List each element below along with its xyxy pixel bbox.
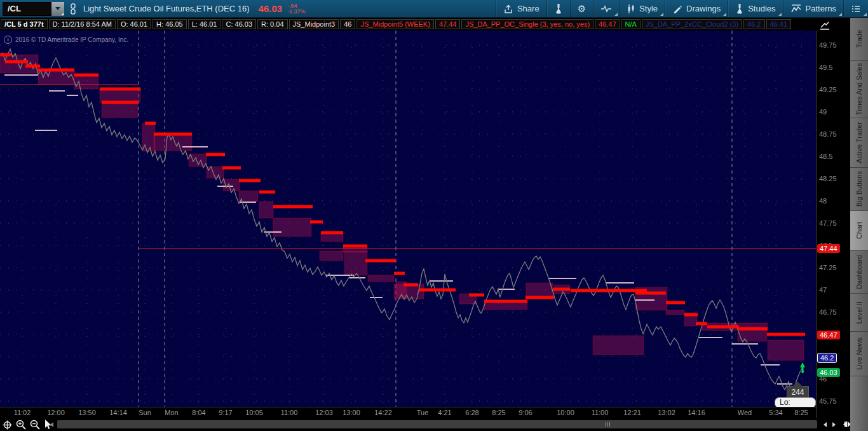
legend-cell[interactable]: JS_Midpoint3 (289, 19, 339, 29)
price-scale-icon[interactable] (819, 21, 831, 31)
flask-icon (554, 4, 563, 14)
price-tick: 49.75 (819, 41, 837, 49)
price-tick: 49.25 (819, 86, 837, 93)
legend-cell[interactable]: 46.47 (595, 19, 620, 29)
share-icon (503, 4, 513, 14)
sidebar-tab-trade[interactable]: Trade (850, 18, 868, 61)
patterns-label: Patterns (806, 4, 836, 13)
price-tick: 49 (819, 108, 827, 116)
legend-cell[interactable]: C: 46.03 (222, 19, 256, 29)
legend-cell[interactable]: R: 0.04 (257, 19, 287, 29)
scroll-back-arrow[interactable] (824, 422, 827, 427)
symbol-input[interactable]: /CL (3, 2, 51, 16)
sidebar-tab-times-and-sales[interactable]: Times And Sales (850, 61, 868, 118)
scroll-forward-arrow[interactable] (832, 422, 836, 427)
drawings-button[interactable]: Drawings (665, 0, 728, 17)
sidebar-tab-level-ii[interactable]: Level II (850, 294, 868, 332)
gadget-sidebar: TradeTimes And SalesActive TraderBig But… (850, 18, 868, 431)
studies-button[interactable]: Studies (728, 0, 782, 17)
top-toolbar: /CL Light Sweet Crude Oil Futures,ETH (D… (0, 0, 868, 18)
studies-label: Studies (748, 4, 775, 13)
share-button[interactable]: Share (496, 0, 546, 17)
time-tick: 8:04 (192, 409, 205, 416)
time-axis[interactable]: 11:0212:0013:5014:14SunMon8:049:1710:051… (0, 407, 816, 418)
zoom-out-icon[interactable] (30, 420, 40, 430)
share-label: Share (517, 4, 539, 13)
time-tick: 9:17 (219, 409, 232, 416)
symbol-dropdown-button[interactable] (51, 2, 64, 16)
patterns-icon (790, 4, 802, 13)
sidebar-tab-big-buttons[interactable]: Big Buttons (850, 168, 868, 211)
time-tick: 14:22 (374, 409, 392, 416)
sidebar-tab-chart[interactable]: Chart (850, 211, 868, 250)
symbol-combo[interactable]: /CL (3, 2, 64, 16)
chevron-down-icon (55, 7, 60, 10)
chart-area[interactable]: i 2016 © TD Ameritrade IP Company, Inc. … (0, 31, 816, 407)
style-button[interactable]: Style (619, 0, 665, 17)
waveform-icon (600, 4, 612, 13)
legend-cell[interactable]: O: 46.01 (117, 19, 151, 29)
chart-tools (3, 420, 53, 430)
bottom-control-bar (0, 418, 850, 431)
chart-canvas[interactable] (0, 31, 816, 407)
price-badge: 46.47 (817, 331, 840, 339)
legend-cell[interactable]: JS_DA_PP_OC_Single (3, yes, no, yes) (461, 19, 593, 29)
legend-cell[interactable]: 46.2 (743, 19, 764, 29)
collapse-panel-icon[interactable] (840, 420, 851, 428)
time-tick: 4:21 (438, 409, 451, 416)
price-badge: 46.03 (817, 368, 840, 377)
time-tick: 8:25 (794, 409, 808, 416)
price-tick: 48.5 (819, 153, 832, 160)
info-icon: i (4, 36, 12, 44)
sidebar-tab-live-news[interactable]: Live News (850, 332, 868, 376)
time-tick: 14:16 (688, 409, 705, 416)
time-tick: 13:50 (78, 409, 96, 416)
price-axis[interactable]: 49.7549.549.254948.7548.548.254847.7547.… (816, 31, 850, 418)
legend-cell[interactable]: N/A (621, 19, 641, 29)
legend-cell[interactable]: /CL 5 d 377t (1, 19, 48, 29)
time-tick: Tue (417, 409, 429, 416)
legend-cell[interactable]: L: 46.01 (188, 19, 221, 29)
bar-count-tooltip: 244 (787, 386, 809, 399)
chart-scrollbar-track[interactable] (57, 420, 817, 428)
price-tick: 46.75 (819, 308, 837, 316)
pencil-icon (672, 4, 682, 14)
link-icon[interactable] (69, 3, 77, 15)
time-tick: Wed (738, 409, 752, 416)
time-tick: 5:34 (769, 409, 782, 416)
time-tick: 13:00 (342, 409, 360, 416)
price-tick: 48.25 (819, 175, 837, 182)
studies-flask-icon (735, 4, 744, 14)
patterns-button[interactable]: Patterns (783, 0, 843, 17)
price-tick: 48.75 (819, 130, 837, 138)
chart-style-icon (627, 4, 635, 14)
legend-cell[interactable]: JS_DA_PP_2xCC_Cloud2 (3) (642, 19, 742, 29)
time-tick: 11:02 (14, 409, 31, 416)
chart-menu-button[interactable] (843, 0, 868, 17)
zoom-in-icon[interactable] (16, 420, 26, 430)
quick-study-button[interactable] (546, 0, 570, 17)
crosshair-tool-icon[interactable] (3, 420, 12, 430)
sidebar-tab-dashboard[interactable]: Dashboard (850, 250, 868, 294)
drawings-label: Drawings (686, 4, 721, 13)
legend-cell[interactable]: JS_Midpoint5 (WEEK) (356, 19, 433, 29)
chart-mode-button[interactable] (593, 0, 619, 17)
low-price-tooltip: Lo: 45.82 (775, 397, 816, 407)
legend-cell[interactable]: 47.44 (435, 19, 461, 29)
legend-cell[interactable]: D: 11/2/16 8:54 AM (49, 19, 116, 29)
sidebar-tab-active-trader[interactable]: Active Trader (850, 118, 868, 168)
scrollbar-grip[interactable] (606, 422, 613, 427)
legend-cell[interactable]: 46 (340, 19, 355, 29)
settings-button[interactable]: ⚙ (570, 0, 593, 17)
price-change: -.64 -1.37% (287, 3, 306, 15)
time-tick: 10:00 (557, 409, 574, 416)
scroll-left-arrow[interactable] (50, 422, 53, 427)
copyright-text: 2016 © TD Ameritrade IP Company, Inc. (15, 36, 128, 43)
legend-cell[interactable]: H: 46.05 (153, 19, 187, 29)
price-badge: 47.44 (817, 244, 840, 253)
thinkorswim-window: /CL Light Sweet Crude Oil Futures,ETH (D… (0, 0, 868, 431)
legend-cell[interactable]: 46.41 (766, 19, 792, 29)
price-tick: 49.5 (819, 64, 832, 71)
instrument-title: Light Sweet Crude Oil Futures,ETH (DEC 1… (83, 4, 250, 13)
time-tick: Mon (165, 409, 178, 416)
